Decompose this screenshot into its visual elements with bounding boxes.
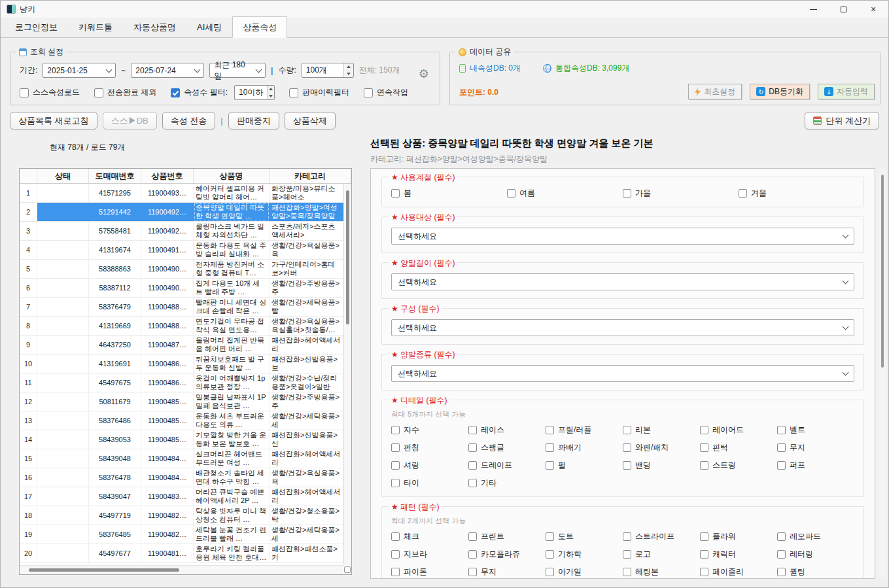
pattern-checkbox-option[interactable]: 플라워 [700, 531, 777, 542]
table-vertical-scrollbar[interactable] [343, 184, 351, 565]
table-row[interactable]: 14 58439053 11900485… 기모깔창 방한 겨울 운동화 보온 … [20, 430, 343, 449]
detail-checkbox-option[interactable]: 레이스 [468, 424, 546, 436]
pattern-checkbox-option[interactable]: 아가일 [546, 566, 623, 578]
table-row[interactable]: 20 45497677 11900481… 호루라기 키링 컬러풀 응원 체육 … [20, 544, 343, 563]
composition-select[interactable]: 선택하세요 [391, 319, 854, 336]
stepper-arrows[interactable] [343, 63, 353, 77]
sock-length-select[interactable]: 선택하세요 [391, 273, 854, 290]
season-checkbox-option[interactable]: 겨울 [739, 188, 854, 199]
db-sync-button[interactable]: ↻ DB동기화 [750, 84, 810, 99]
table-row[interactable]: 7 58376479 11900488… 빨래판 미니 세면대 싱크대 손빨래 … [20, 298, 343, 317]
table-horizontal-scrollbar[interactable] [20, 565, 343, 574]
refresh-product-list-button[interactable]: 상품목록 새로고침 [10, 112, 97, 130]
table-row[interactable]: 9 46437250 11900487… 올림머리 집게핀 반묶음 헤어핀 머리… [20, 336, 343, 355]
attr-count-stepper[interactable]: 10이하 [234, 85, 275, 100]
pattern-checkbox-option[interactable]: 로고 [623, 549, 700, 560]
detail-checkbox-option[interactable]: 자수 [391, 424, 468, 436]
auto-input-button[interactable]: ↓ 자동입력 [818, 84, 875, 99]
header-wholesale-no[interactable]: 도매매번호 [89, 169, 141, 183]
scrollbar-thumb[interactable] [346, 190, 349, 324]
detail-checkbox-option[interactable]: 레이어드 [700, 424, 777, 436]
detail-checkbox-option[interactable]: 퍼프 [777, 460, 854, 471]
detail-checkbox-option[interactable]: 펄 [546, 460, 623, 471]
quantity-stepper[interactable]: 100개 [302, 63, 354, 78]
filter-sales-history[interactable]: 판매이력필터 [289, 87, 349, 98]
table-row[interactable]: 8 41319669 11900488… 면도기걸이 무타공 접착식 욕실 면도… [20, 317, 343, 336]
header-product-name[interactable]: 상품명 [194, 169, 270, 183]
table-row[interactable]: 19 58376485 11900482… 세탁볼 눈꽃 건조기 런드리볼 빨래… [20, 525, 343, 544]
table-row[interactable]: 13 58376486 11900485… 운동화 셔츠 부드러운 다용도 의류… [20, 411, 343, 430]
delete-product-button[interactable]: 상품삭제 [285, 112, 336, 130]
detail-checkbox-option[interactable]: 와펜/패치 [623, 442, 700, 453]
detail-checkbox-option[interactable]: 스팽글 [468, 442, 546, 453]
maximize-button[interactable] [828, 1, 858, 18]
pattern-checkbox-option[interactable]: 지브라 [391, 549, 468, 560]
scrollbar-thumb[interactable] [881, 175, 884, 368]
table-row[interactable]: 2 51291442 11900492… 중목양말 데일리 따뜻한 학생 면양말… [20, 203, 343, 222]
detail-checkbox-option[interactable]: 리본 [623, 424, 700, 436]
filter-exclude-sent[interactable]: 전송완료 제외 [94, 87, 156, 98]
season-checkbox-option[interactable]: 가을 [623, 188, 739, 199]
header-status[interactable]: 상태 [37, 169, 89, 183]
detail-checkbox-option[interactable]: 셔링 [391, 460, 468, 471]
detail-checkbox-option[interactable]: 스트링 [700, 460, 777, 471]
table-row[interactable]: 10 41319691 11900486… 뒤꿈치보호패드 발 구두 운동화 신… [20, 355, 343, 373]
filter-attr-count[interactable]: 속성수 필터: [171, 87, 228, 98]
tab[interactable]: 상품속성 [232, 16, 287, 38]
table-row[interactable]: 11 45497675 11900486… 옷걸이 어깨뿔방지 1p 의류보관 … [20, 373, 343, 392]
table-row[interactable]: 5 58388863 11900490… 전자제품 방진커버 소형 중형 컴퓨터… [20, 260, 343, 279]
detail-checkbox-option[interactable]: 벨트 [777, 424, 854, 436]
recent-range-select[interactable]: 최근 180일 [209, 63, 266, 78]
detail-checkbox-option[interactable]: 핀턱 [700, 442, 777, 453]
filter-ss-attr-load[interactable]: 스스속성로드 [20, 87, 80, 98]
tab[interactable]: AI세팅 [186, 17, 232, 38]
detail-checkbox-option[interactable]: 펀칭 [391, 442, 468, 453]
table-row[interactable]: 18 45497719 11900482… 탁상용 빗자루 미니 책상청소 컴퓨… [20, 506, 343, 525]
table-row[interactable]: 4 41319674 11900491… 운동화 다용도 욕실 주방 슬리퍼 실… [20, 241, 343, 260]
close-button[interactable]: × [858, 1, 888, 18]
pattern-checkbox-option[interactable]: 프린트 [468, 531, 546, 542]
pattern-checkbox-option[interactable]: 파이톤 [391, 566, 468, 578]
table-row[interactable]: 1 41571295 11900493… 헤어커터 셀프미용 커팅빗 앞머리 헤… [20, 184, 343, 203]
detail-checkbox-option[interactable]: 드레이프 [468, 460, 546, 471]
pattern-checkbox-option[interactable]: 캐릭터 [700, 549, 777, 560]
pattern-checkbox-option[interactable]: 레터링 [777, 549, 854, 560]
gear-icon[interactable]: ⚙ [419, 67, 429, 80]
table-row[interactable]: 6 58387112 11900490… 집게 다용도 10개 세트 빨래 주방… [20, 279, 343, 298]
header-product-no[interactable]: 상품번호 [141, 169, 194, 183]
pattern-checkbox-option[interactable]: 스트라이프 [623, 531, 700, 542]
tab[interactable]: 키워드툴 [68, 17, 123, 38]
stepper-arrows[interactable] [267, 86, 274, 99]
detail-checkbox-option[interactable]: 꽈배기 [546, 442, 623, 453]
table-row[interactable]: 16 58376478 11900484… 배관청소기 솔타입 세면대 하수구 … [20, 468, 343, 487]
pattern-checkbox-option[interactable]: 도트 [546, 531, 623, 542]
initial-setup-button[interactable]: 최초설정 [688, 84, 742, 99]
date-to-select[interactable]: 2025-07-24 [131, 63, 204, 78]
table-row[interactable]: 15 58439048 11900484… 실크머리끈 헤어밴드 부드러운 여성… [20, 449, 343, 468]
detail-checkbox-option[interactable]: 기타 [468, 477, 546, 489]
pattern-checkbox-option[interactable]: 무지 [468, 566, 546, 578]
pattern-checkbox-option[interactable]: 체크 [391, 531, 468, 542]
target-select[interactable]: 선택하세요 [391, 228, 854, 245]
table-row[interactable]: 17 58439047 11900483… 머리끈 큐빅구슬 예쁜 헤어액세서리… [20, 487, 343, 506]
filter-continuous-work[interactable]: 연속작업 [364, 87, 408, 98]
pattern-checkbox-option[interactable]: 카모플라쥬 [468, 549, 546, 560]
table-row[interactable]: 12 50811679 11900485… 밀봉클립 날짜표시 1P 밀폐 음식… [20, 392, 343, 411]
pattern-checkbox-option[interactable]: 기하학 [546, 549, 623, 560]
detail-checkbox-option[interactable]: 타이 [391, 477, 468, 489]
season-checkbox-option[interactable]: 봄 [391, 188, 507, 199]
header-category[interactable]: 카테고리 [270, 169, 351, 183]
unit-calculator-button[interactable]: 단위 계산기 [805, 112, 879, 130]
pattern-checkbox-option[interactable]: 퀼팅 [777, 566, 854, 578]
date-from-select[interactable]: 2025-01-25 [43, 63, 116, 78]
tab[interactable]: 로그인정보 [5, 17, 68, 38]
pattern-checkbox-option[interactable]: 레오파드 [777, 531, 854, 542]
ss-to-db-button[interactable]: 스스▶DB [103, 112, 157, 130]
send-attributes-button[interactable]: 속성 전송 [162, 112, 216, 130]
panel-vertical-scrollbar[interactable] [879, 169, 886, 578]
pattern-checkbox-option[interactable]: 페이즐리 [700, 566, 777, 578]
scrollbar-thumb[interactable] [29, 568, 179, 572]
detail-checkbox-option[interactable]: 무지 [777, 442, 854, 453]
season-checkbox-option[interactable]: 여름 [507, 188, 623, 199]
detail-checkbox-option[interactable]: 프릴/러플 [546, 424, 623, 436]
